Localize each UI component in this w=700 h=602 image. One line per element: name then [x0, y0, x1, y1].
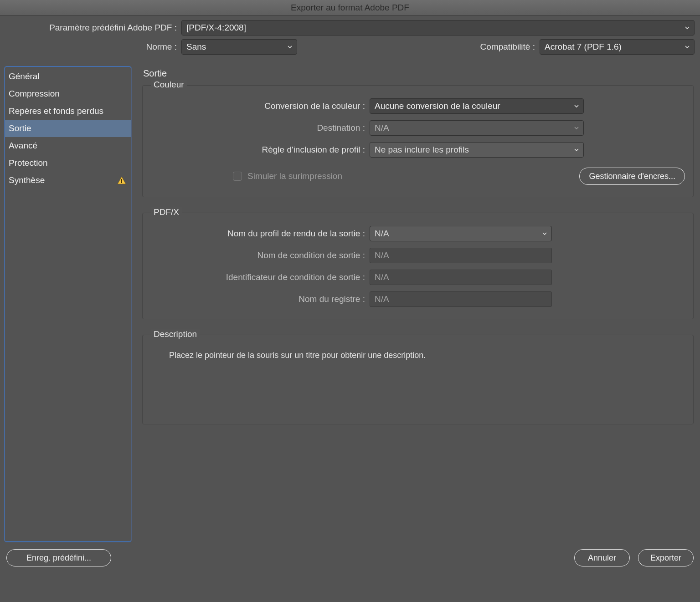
- chevron-down-icon: [541, 230, 548, 237]
- registry-value: N/A: [375, 294, 389, 304]
- condition-id-label: Identificateur de condition de sortie :: [151, 272, 365, 282]
- pdfx-group: PDF/X Nom du profil de rendu de la sorti…: [142, 213, 694, 319]
- standard-select[interactable]: Sans: [181, 39, 297, 55]
- sidebar-item-label: Synthèse: [9, 175, 45, 185]
- output-profile-select[interactable]: N/A: [370, 226, 552, 241]
- category-sidebar: Général Compression Repères et fonds per…: [5, 66, 131, 542]
- chevron-down-icon: [684, 25, 690, 31]
- chevron-down-icon: [684, 44, 690, 50]
- cancel-button[interactable]: Annuler: [574, 549, 630, 566]
- save-preset-button[interactable]: Enreg. prédéfini...: [6, 549, 111, 566]
- color-group: Couleur Conversion de la couleur : Aucun…: [142, 85, 694, 197]
- sidebar-item-label: Protection: [9, 158, 48, 168]
- compat-select[interactable]: Acrobat 7 (PDF 1.6): [540, 39, 695, 55]
- sidebar-item-output[interactable]: Sortie: [5, 120, 131, 137]
- condition-id-value: N/A: [375, 272, 389, 282]
- sidebar-item-advanced[interactable]: Avancé: [5, 137, 131, 154]
- profile-policy-select[interactable]: Ne pas inclure les profils: [370, 142, 584, 158]
- destination-label: Destination :: [151, 123, 365, 133]
- sidebar-item-marks-bleeds[interactable]: Repères et fonds perdus: [5, 102, 131, 120]
- sidebar-item-label: Compression: [9, 89, 60, 99]
- ink-manager-button[interactable]: Gestionnaire d'encres...: [579, 168, 685, 185]
- top-settings: Paramètre prédéfini Adobe PDF : [PDF/X-4…: [0, 15, 700, 62]
- color-legend: Couleur: [151, 80, 187, 90]
- condition-name-input: N/A: [370, 248, 552, 263]
- profile-policy-value: Ne pas inclure les profils: [375, 145, 469, 155]
- color-conversion-select[interactable]: Aucune conversion de la couleur: [370, 98, 584, 114]
- color-conversion-value: Aucune conversion de la couleur: [375, 101, 500, 111]
- sidebar-item-label: Avancé: [9, 141, 37, 151]
- condition-name-label: Nom de condition de sortie :: [151, 250, 365, 260]
- output-profile-label: Nom du profil de rendu de la sortie :: [151, 229, 365, 239]
- chevron-down-icon: [573, 125, 580, 131]
- sidebar-item-label: Repères et fonds perdus: [9, 106, 103, 116]
- chevron-down-icon: [573, 147, 580, 153]
- sidebar-item-summary[interactable]: Synthèse: [5, 172, 131, 189]
- window-titlebar: Exporter au format Adobe PDF: [0, 0, 700, 15]
- sidebar-item-label: Général: [9, 71, 40, 82]
- sidebar-item-security[interactable]: Protection: [5, 154, 131, 172]
- color-conversion-label: Conversion de la couleur :: [151, 101, 365, 111]
- compat-value: Acrobat 7 (PDF 1.6): [545, 42, 622, 52]
- registry-input: N/A: [370, 291, 552, 307]
- standard-label: Norme :: [5, 42, 181, 52]
- destination-value: N/A: [375, 123, 389, 133]
- cancel-label: Annuler: [588, 553, 616, 563]
- svg-rect-1: [121, 182, 122, 183]
- panel-title: Sortie: [143, 68, 694, 79]
- main-panel: Sortie Couleur Conversion de la couleur …: [142, 66, 695, 542]
- export-button[interactable]: Exporter: [638, 549, 694, 566]
- sidebar-item-compression[interactable]: Compression: [5, 85, 131, 102]
- standard-value: Sans: [186, 42, 206, 52]
- description-group: Description Placez le pointeur de la sou…: [142, 335, 694, 424]
- export-label: Exporter: [650, 553, 681, 563]
- sidebar-item-general[interactable]: Général: [5, 68, 131, 85]
- preset-value: [PDF/X-4:2008]: [186, 23, 246, 33]
- pdfx-legend: PDF/X: [151, 207, 182, 217]
- preset-select[interactable]: [PDF/X-4:2008]: [181, 20, 695, 36]
- condition-name-value: N/A: [375, 250, 389, 260]
- description-legend: Description: [151, 329, 200, 339]
- chevron-down-icon: [573, 103, 580, 109]
- warning-icon: [117, 176, 126, 184]
- profile-policy-label: Règle d'inclusion de profil :: [151, 145, 365, 155]
- compat-label: Compatibilité :: [480, 42, 540, 52]
- window-title: Exporter au format Adobe PDF: [291, 3, 409, 13]
- ink-manager-label: Gestionnaire d'encres...: [589, 172, 675, 181]
- preset-label: Paramètre prédéfini Adobe PDF :: [5, 23, 181, 33]
- dialog-footer: Enreg. prédéfini... Annuler Exporter: [0, 542, 700, 566]
- condition-id-input: N/A: [370, 270, 552, 285]
- output-profile-value: N/A: [375, 229, 389, 239]
- simulate-overprint-checkbox: [233, 172, 242, 181]
- chevron-down-icon: [287, 44, 293, 50]
- registry-label: Nom du registre :: [151, 294, 365, 304]
- svg-rect-0: [121, 179, 122, 182]
- sidebar-item-label: Sortie: [9, 123, 31, 133]
- description-text: Placez le pointeur de la souris sur un t…: [151, 348, 685, 383]
- simulate-overprint-label: Simuler la surimpression: [247, 171, 342, 181]
- save-preset-label: Enreg. prédéfini...: [26, 553, 91, 563]
- destination-select: N/A: [370, 120, 584, 136]
